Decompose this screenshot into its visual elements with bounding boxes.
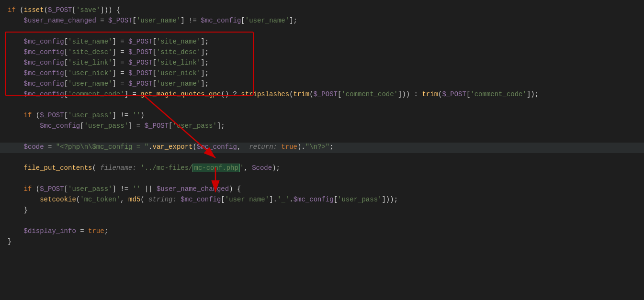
code-text: $code = "<?php\n\$mc_config = ".var_expo…: [8, 143, 334, 151]
code-line-5: $mc_config['site_desc'] = $_POST['site_d…: [0, 48, 644, 58]
code-line-3: [0, 27, 644, 37]
code-line-8: $mc_config['user_name'] = $_POST['user_n…: [0, 79, 644, 90]
code-line-4: $mc_config['site_name'] = $_POST['site_n…: [0, 37, 644, 48]
code-line-9: $mc_config['comment_code'] = get_magic_q…: [0, 90, 644, 100]
code-line-21: [0, 216, 644, 227]
code-line-19: setcookie('mc_token', md5( string: $mc_c…: [0, 195, 644, 206]
code-line-15: [0, 153, 644, 164]
code-text: $mc_config['user_nick'] = $_POST['user_n…: [8, 69, 209, 77]
code-text: $mc_config['user_name'] = $_POST['user_n…: [8, 80, 209, 88]
code-text: $mc_config['site_link'] = $_POST['site_l…: [8, 59, 209, 67]
code-line-7: $mc_config['user_nick'] = $_POST['user_n…: [0, 69, 644, 79]
code-text: $user_name_changed = $_POST['user_name']…: [8, 17, 297, 24]
code-line-17: [0, 174, 644, 185]
code-line-20: }: [0, 206, 644, 216]
code-line-23: }: [0, 237, 644, 248]
code-line-11: if ($_POST['user_pass'] != ''): [0, 111, 644, 122]
code-text: $mc_config['comment_code'] = get_magic_q…: [8, 90, 539, 98]
code-text: if (isset($_POST['save'])) {: [8, 6, 120, 14]
code-text: $mc_config['site_name'] = $_POST['site_n…: [8, 38, 209, 45]
code-line-6: $mc_config['site_link'] = $_POST['site_l…: [0, 58, 644, 69]
code-line-22: $display_info = true;: [0, 227, 644, 237]
code-line-12: $mc_config['user_pass'] = $_POST['user_p…: [0, 122, 644, 132]
code-text: }: [8, 206, 28, 214]
code-text: setcookie('mc_token', md5( string: $mc_c…: [8, 196, 398, 203]
code-line-14: $code = "<?php\n\$mc_config = ".var_expo…: [0, 143, 644, 153]
code-editor: if (isset($_POST['save'])) { $user_name_…: [0, 0, 644, 300]
code-text: $mc_config['user_pass'] = $_POST['user_p…: [8, 122, 225, 130]
code-text: $display_info = true;: [8, 227, 108, 235]
code-line-18: if ($_POST['user_pass'] != '' || $user_n…: [0, 185, 644, 195]
code-line-16: file_put_contents( filename: '../mc-file…: [0, 164, 644, 174]
code-text: if ($_POST['user_pass'] != ''): [8, 111, 145, 119]
code-text: if ($_POST['user_pass'] != '' || $user_n…: [8, 185, 241, 193]
code-text: }: [8, 238, 11, 245]
code-line-10: [0, 100, 644, 111]
code-text: file_put_contents( filename: '../mc-file…: [8, 164, 280, 172]
code-text: $mc_config['site_desc'] = $_POST['site_d…: [8, 48, 209, 56]
code-line-1: if (isset($_POST['save'])) {: [0, 6, 644, 16]
code-line-2: $user_name_changed = $_POST['user_name']…: [0, 16, 644, 27]
code-line-13: [0, 132, 644, 143]
